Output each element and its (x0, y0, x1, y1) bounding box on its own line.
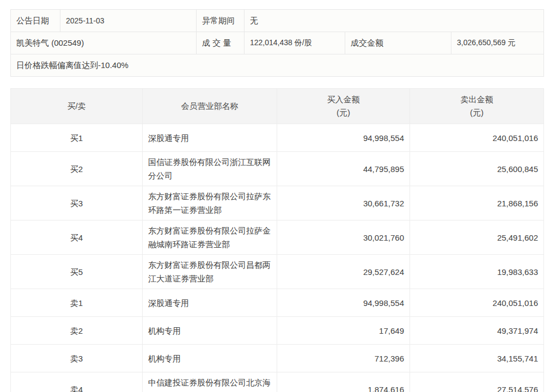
row-sell-amount: 27,514,576 (410, 372, 544, 392)
turnover-value: 3,026,650,569 元 (451, 32, 544, 54)
table-row: 买4 东方财富证券股份有限公司拉萨金融城南环路证券营业部 30,021,760 … (11, 220, 544, 255)
row-side-rank: 买1 (11, 124, 143, 152)
row-branch-name: 机构专用 (143, 345, 277, 372)
summary-row-reason: 日价格跌幅偏离值达到-10.40% (11, 54, 544, 77)
table-row: 买5 东方财富证券股份有限公司昌都两江大道证券营业部 29,527,624 19… (11, 255, 544, 289)
row-side-rank: 买5 (11, 255, 143, 289)
row-branch-name: 东方财富证券股份有限公司昌都两江大道证券营业部 (143, 255, 277, 289)
row-sell-amount: 21,868,156 (410, 186, 544, 220)
row-buy-amount: 29,527,624 (277, 255, 410, 289)
row-branch-name: 东方财富证券股份有限公司拉萨东环路第一证券营业部 (143, 186, 277, 220)
header-sell-line1: 卖出金额 (410, 93, 543, 106)
summary-box: 公告日期 2025-11-03 异常期间 无 凯美特气 (002549) 成 交… (10, 9, 544, 77)
abnormal-reason-text: 日价格跌幅偏离值达到-10.40% (11, 54, 544, 77)
header-sell-amount: 卖出金额 (元) (410, 89, 544, 124)
row-branch-name: 国信证券股份有限公司浙江互联网分公司 (143, 152, 277, 186)
summary-row-stock: 凯美特气 (002549) 成 交 量 122,014,438 份/股 成交金额… (11, 32, 544, 54)
table-body: 买1 深股通专用 94,998,554 240,051,016 买2 国信证券股… (11, 124, 544, 392)
row-branch-name: 机构专用 (143, 317, 277, 345)
turnover-label: 成交金额 (345, 32, 451, 54)
table-row: 买3 东方财富证券股份有限公司拉萨东环路第一证券营业部 30,661,732 2… (11, 186, 544, 220)
row-buy-amount: 17,649 (277, 317, 410, 345)
row-sell-amount: 240,051,016 (410, 124, 544, 152)
row-sell-amount: 34,155,741 (410, 345, 544, 372)
table-row: 卖3 机构专用 712,396 34,155,741 (11, 345, 544, 372)
row-side-rank: 买3 (11, 186, 143, 220)
header-sell-line2: (元) (410, 106, 543, 119)
row-side-rank: 卖1 (11, 289, 143, 317)
row-side-rank: 卖4 (11, 372, 143, 392)
row-branch-name: 深股通专用 (143, 289, 277, 317)
table-row: 卖2 机构专用 17,649 49,371,974 (11, 317, 544, 345)
row-sell-amount: 25,600,845 (410, 152, 544, 186)
header-branch: 会员营业部名称 (143, 89, 277, 124)
header-side: 买/卖 (11, 89, 143, 124)
row-sell-amount: 49,371,974 (410, 317, 544, 345)
content-area: 公告日期 2025-11-03 异常期间 无 凯美特气 (002549) 成 交… (10, 9, 543, 392)
abnormal-period-label: 异常期间 (197, 10, 245, 32)
row-sell-amount: 19,983,633 (410, 255, 544, 289)
broker-table: 买/卖 会员营业部名称 买入金额 (元) 卖出金额 (元) 买1 深股通专用 9… (10, 88, 544, 392)
row-buy-amount: 94,998,554 (277, 289, 410, 317)
header-buy-line2: (元) (277, 106, 410, 119)
table-row: 买2 国信证券股份有限公司浙江互联网分公司 44,795,895 25,600,… (11, 152, 544, 186)
header-buy-amount: 买入金额 (元) (277, 89, 410, 124)
row-buy-amount: 44,795,895 (277, 152, 410, 186)
row-side-rank: 买4 (11, 220, 143, 255)
row-side-rank: 卖2 (11, 317, 143, 345)
row-side-rank: 卖3 (11, 345, 143, 372)
row-buy-amount: 30,021,760 (277, 220, 410, 255)
table-row: 卖1 深股通专用 94,998,554 240,051,016 (11, 289, 544, 317)
row-sell-amount: 25,491,602 (410, 220, 544, 255)
announce-date-label: 公告日期 (11, 10, 60, 32)
row-buy-amount: 712,396 (277, 345, 410, 372)
row-buy-amount: 94,998,554 (277, 124, 410, 152)
volume-label: 成 交 量 (197, 32, 245, 54)
row-buy-amount: 30,661,732 (277, 186, 410, 220)
abnormal-period-value: 无 (245, 10, 544, 32)
page: 公告日期 2025-11-03 异常期间 无 凯美特气 (002549) 成 交… (0, 0, 556, 392)
row-buy-amount: 1,874,616 (277, 372, 410, 392)
volume-value: 122,014,438 份/股 (245, 32, 345, 54)
stock-name: 凯美特气 (002549) (11, 32, 197, 54)
row-branch-name: 深股通专用 (143, 124, 277, 152)
table-row: 卖4 中信建投证券股份有限公司北京海淀分公司 1,874,616 27,514,… (11, 372, 544, 392)
broker-table-header: 买/卖 会员营业部名称 买入金额 (元) 卖出金额 (元) (11, 89, 544, 124)
row-sell-amount: 240,051,016 (410, 289, 544, 317)
row-side-rank: 买2 (11, 152, 143, 186)
announce-date-value: 2025-11-03 (60, 10, 197, 32)
table-row: 买1 深股通专用 94,998,554 240,051,016 (11, 124, 544, 152)
header-buy-line1: 买入金额 (277, 93, 410, 106)
row-branch-name: 中信建投证券股份有限公司北京海淀分公司 (143, 372, 277, 392)
row-branch-name: 东方财富证券股份有限公司拉萨金融城南环路证券营业部 (143, 220, 277, 255)
summary-row-date: 公告日期 2025-11-03 异常期间 无 (11, 10, 544, 32)
